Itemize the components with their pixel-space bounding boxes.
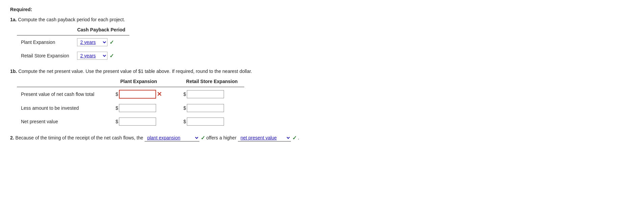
dollar-sign-5: $: [116, 119, 118, 124]
pv-cashflow-retail-input[interactable]: [187, 90, 224, 98]
plant-expansion-col-header: Plant Expansion: [112, 77, 166, 87]
less-amount-retail-input-wrap: $: [183, 104, 240, 112]
part-2-text-after: .: [298, 135, 299, 140]
pv-cashflow-plant-input[interactable]: [119, 90, 156, 99]
npv-label: Net present value: [17, 115, 112, 128]
retail-expansion-answer-cell: 1 year 2 years 3 years 4 years 5 years ✓: [73, 49, 129, 62]
part-2-text-middle: offers a higher: [206, 135, 238, 140]
less-amount-retail-input[interactable]: [187, 104, 224, 112]
pv-cashflow-retail-input-wrap: $: [183, 90, 240, 98]
part-1a-instruction: Compute the cash payback period for each…: [18, 17, 125, 22]
table-row: Plant Expansion 1 year 2 years 3 years 4…: [17, 35, 129, 49]
plant-expansion-label: Plant Expansion: [17, 35, 73, 49]
part-2-label: 2.: [10, 135, 14, 140]
part-2-text-before: Because of the timing of the receipt of …: [16, 135, 145, 140]
less-amount-plant-cell: $: [112, 101, 166, 115]
less-amount-retail-cell: $: [179, 101, 244, 115]
retail-expansion-select[interactable]: 1 year 2 years 3 years 4 years 5 years: [77, 52, 107, 60]
required-heading: Required:: [10, 7, 634, 12]
plant-expansion-select[interactable]: 1 year 2 years 3 years 4 years 5 years: [77, 38, 107, 46]
dollar-sign-2: $: [183, 92, 186, 97]
npv-plant-input[interactable]: [119, 118, 156, 126]
cash-payback-table: Cash Payback Period Plant Expansion 1 ye…: [17, 26, 129, 62]
retail-expansion-col-header: Retail Store Expansion: [179, 77, 244, 87]
table-row: Net present value $ $: [17, 115, 244, 128]
pv-cashflow-error-icon: ✕: [157, 90, 162, 98]
less-amount-plant-input-wrap: $: [116, 104, 162, 112]
part-1b-instruction: Compute the net present value. Use the p…: [18, 69, 252, 74]
pv-cashflow-plant-input-wrap: $ ✕: [116, 90, 162, 99]
part-1a-label: 1a.: [10, 17, 17, 22]
dollar-sign-6: $: [183, 119, 186, 124]
table-row: Present value of net cash flow total $ ✕…: [17, 87, 244, 102]
less-amount-label: Less amount to be invested: [17, 101, 112, 115]
npv-plant-cell: $: [112, 115, 166, 128]
part-1b-section: 1b. Compute the net present value. Use t…: [10, 69, 634, 128]
plant-expansion-dropdown-wrap: 1 year 2 years 3 years 4 years 5 years ✓: [77, 38, 125, 46]
plant-expansion-answer-cell: 1 year 2 years 3 years 4 years 5 years ✓: [73, 35, 129, 49]
pv-cashflow-label: Present value of net cash flow total: [17, 87, 112, 102]
retail-expansion-checkmark: ✓: [109, 53, 114, 59]
part-1a-heading: 1a. Compute the cash payback period for …: [10, 17, 634, 22]
part-2-dropdown2-wrap: net present value cash payback period ✓: [238, 134, 297, 141]
cash-payback-header: Cash Payback Period: [73, 26, 129, 35]
plant-expansion-checkmark: ✓: [109, 39, 114, 46]
pv-cashflow-plant-cell: $ ✕: [112, 87, 166, 102]
npv-plant-input-wrap: $: [116, 118, 162, 126]
part-1b-label: 1b.: [10, 69, 17, 74]
part-2-dropdown1-wrap: plant expansion retail store expansion ✓: [145, 134, 205, 141]
part-2-dropdown2[interactable]: net present value cash payback period: [238, 134, 291, 141]
table-row: Retail Store Expansion 1 year 2 years 3 …: [17, 49, 129, 62]
npv-header-row: Plant Expansion Retail Store Expansion: [17, 77, 244, 87]
retail-expansion-dropdown-wrap: 1 year 2 years 3 years 4 years 5 years ✓: [77, 52, 125, 60]
npv-retail-input[interactable]: [187, 118, 224, 126]
dollar-sign-1: $: [116, 92, 118, 97]
part-2-dropdown2-checkmark: ✓: [292, 135, 297, 141]
part-1a-section: 1a. Compute the cash payback period for …: [10, 17, 634, 62]
part-2-dropdown1[interactable]: plant expansion retail store expansion: [145, 134, 199, 141]
table-row: Less amount to be invested $ $: [17, 101, 244, 115]
dollar-sign-3: $: [116, 105, 118, 111]
part-2-section: 2. Because of the timing of the receipt …: [10, 134, 634, 141]
npv-table: Plant Expansion Retail Store Expansion P…: [17, 77, 244, 128]
part-1b-heading: 1b. Compute the net present value. Use t…: [10, 69, 634, 74]
pv-cashflow-retail-cell: $: [179, 87, 244, 102]
npv-retail-cell: $: [179, 115, 244, 128]
part-2-dropdown1-checkmark: ✓: [201, 135, 205, 141]
retail-expansion-label: Retail Store Expansion: [17, 49, 73, 62]
less-amount-plant-input[interactable]: [119, 104, 156, 112]
dollar-sign-4: $: [183, 105, 186, 111]
npv-retail-input-wrap: $: [183, 118, 240, 126]
